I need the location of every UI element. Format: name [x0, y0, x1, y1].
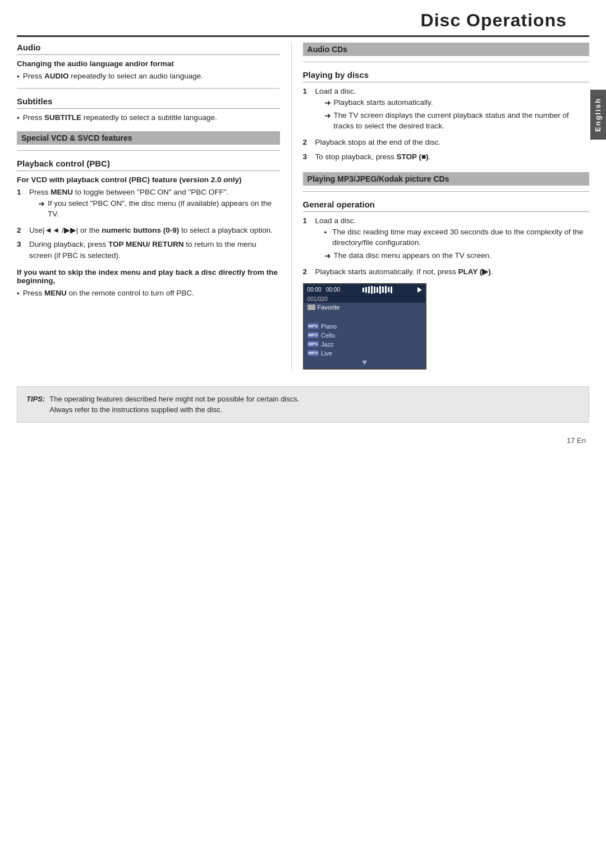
audio-step-1: 1 Load a disc. ➜ Playback starts automat…	[303, 86, 589, 133]
pbc-step-3: 3 During playback, press TOP MENU/ RETUR…	[17, 239, 280, 261]
tips-label: TIPS:	[26, 394, 45, 405]
screen-file-rows: MP3 Piano MP3 Cello MP3 Jazz MP3 Live	[304, 322, 425, 358]
screen-track-row: 001/020	[304, 296, 425, 303]
english-tab: English	[590, 90, 606, 140]
pbc-steps: 1 Press MENU to toggle between "PBC ON" …	[17, 187, 280, 261]
screen-top-bar: 00:00 00:00	[304, 284, 425, 296]
page-title-bar: Disc Operations	[17, 0, 589, 37]
bullet-dot-3: •	[17, 288, 20, 299]
pbc-arrow-1: ➜ If you select "PBC ON", the disc menu …	[38, 198, 280, 220]
screen-file-jazz: MP3 Jazz	[307, 340, 422, 349]
screen-folder-row: Favorite	[304, 303, 425, 312]
left-column: Audio Changing the audio language and/or…	[17, 43, 292, 370]
pbc-step-1: 1 Press MENU to toggle between "PBC ON" …	[17, 187, 280, 221]
screen-file-piano: MP3 Piano	[307, 322, 422, 331]
audio-heading: Audio	[17, 43, 280, 55]
audio-sub-heading: Changing the audio language and/or forma…	[17, 59, 280, 68]
playing-by-discs-heading: Playing by discs	[303, 70, 589, 82]
mp3-steps: 1 Load a disc. • The disc reading time m…	[303, 215, 589, 278]
subtitles-heading: Subtitles	[17, 96, 280, 109]
mp3-arrow-1: ➜ The data disc menu appears on the TV s…	[324, 250, 589, 261]
screen-arrow-down: ▼	[304, 358, 425, 368]
right-column: Audio CDs Playing by discs 1 Load a disc…	[292, 43, 589, 370]
bullet-dot-2: •	[17, 113, 20, 124]
bullet-dot: •	[17, 71, 20, 82]
divider-2	[17, 150, 280, 151]
divider-4	[303, 191, 589, 192]
audio-cds-heading: Audio CDs	[303, 43, 589, 56]
audio-arrow-1: ➜ Playback starts automatically.	[324, 97, 589, 108]
skip-heading: If you want to skip the index menu and p…	[17, 268, 280, 285]
divider-3	[303, 62, 589, 62]
special-vcd-heading: Special VCD & SVCD features	[17, 131, 280, 145]
divider-1	[17, 88, 280, 89]
mp3-heading: Playing MP3/JPEG/Kodak picture CDs	[303, 172, 589, 186]
subtitles-bullet: • Press SUBTITLE repeatedly to select a …	[17, 112, 280, 124]
pbc-step-2: 2 Use|◄◄ /▶▶| or the numeric buttons (0-…	[17, 225, 280, 236]
play-icon	[417, 287, 422, 293]
folder-icon	[307, 304, 315, 310]
page-number: 17 En	[0, 434, 606, 447]
mp3-step-1: 1 Load a disc. • The disc reading time m…	[303, 215, 589, 263]
pbc-sub-heading: For VCD with playback control (PBC) feat…	[17, 176, 280, 184]
screen-empty-row	[304, 312, 425, 322]
screen-progress-bar	[362, 286, 392, 294]
tips-text: The operating features described here mi…	[49, 394, 299, 415]
screen-mockup: 00:00 00:00	[303, 283, 426, 370]
audio-step-3: 3 To stop playback, press STOP (■).	[303, 151, 589, 163]
screen-file-live: MP3 Live	[307, 349, 422, 358]
audio-cd-steps: 1 Load a disc. ➜ Playback starts automat…	[303, 86, 589, 162]
tips-box: TIPS: The operating features described h…	[17, 386, 589, 423]
skip-bullet: • Press MENU on the remote control to tu…	[17, 288, 280, 299]
main-content: Audio Changing the audio language and/or…	[17, 37, 589, 370]
screen-file-cello: MP3 Cello	[307, 331, 422, 340]
audio-arrow-2: ➜ The TV screen displays the current pla…	[324, 110, 589, 132]
general-op-heading: General operation	[303, 200, 589, 212]
mp3-bullet-1: • The disc reading time may exceed 30 se…	[324, 227, 589, 248]
audio-step-2: 2 Playback stops at the end of the disc.	[303, 137, 589, 148]
page-title: Disc Operations	[421, 10, 567, 31]
audio-bullet: • Press AUDIO repeatedly to select an au…	[17, 71, 280, 82]
mp3-step-2: 2 Playback starts automatically. If not,…	[303, 266, 589, 278]
pbc-heading: Playback control (PBC)	[17, 159, 280, 171]
